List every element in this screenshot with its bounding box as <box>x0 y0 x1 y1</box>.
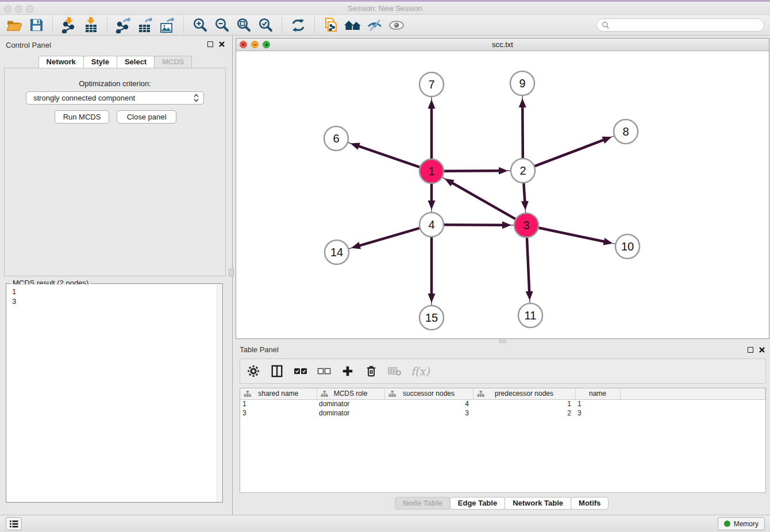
graph-node-label: 2 <box>519 164 526 177</box>
cell-successor-nodes[interactable]: 3 <box>384 408 473 418</box>
graph-node-15[interactable]: 15 <box>419 306 444 330</box>
graph-edge-2-3[interactable] <box>521 183 529 213</box>
cell-shared-name[interactable]: 1 <box>240 399 317 408</box>
table-row[interactable]: 3 dominator 3 2 3 <box>240 408 765 418</box>
cell-shared-name[interactable]: 3 <box>240 408 317 418</box>
column-header-name[interactable]: name <box>575 388 620 399</box>
graph-edge-4-15[interactable] <box>428 237 436 305</box>
panel-divider-handle[interactable] <box>229 269 234 276</box>
graph-node-10[interactable]: 10 <box>615 234 640 259</box>
cell-predecessor-nodes[interactable]: 1 <box>473 399 575 408</box>
graph-edge-3-1[interactable] <box>442 178 515 219</box>
export-image-button[interactable] <box>156 16 178 34</box>
zoom-in-button[interactable] <box>189 16 211 34</box>
select-all-button[interactable] <box>293 364 308 379</box>
result-scrollbar[interactable] <box>217 284 222 502</box>
close-panel-icon[interactable] <box>218 41 225 48</box>
graph-edge-1-4[interactable] <box>428 184 436 212</box>
export-network-button[interactable] <box>113 16 134 34</box>
tab-node-table[interactable]: Node Table <box>395 497 451 510</box>
graph-node-8[interactable]: 8 <box>614 119 638 144</box>
table-row[interactable]: 1 dominator 4 1 1 <box>240 399 765 408</box>
close-table-panel-icon[interactable] <box>759 346 765 353</box>
tab-network[interactable]: Network <box>38 56 84 68</box>
cell-mcds-role[interactable]: dominator <box>317 408 384 418</box>
import-table-button[interactable] <box>80 16 102 34</box>
network-canvas[interactable]: 7968124314101511 <box>236 51 769 338</box>
function-builder-button[interactable]: f(x) <box>411 364 430 379</box>
show-panel-button[interactable] <box>386 16 407 34</box>
table-settings-button[interactable] <box>246 364 261 379</box>
column-header-successor-nodes[interactable]: successor nodes <box>384 388 473 399</box>
hide-panel-button[interactable] <box>364 16 386 34</box>
deselect-all-button[interactable] <box>317 364 332 379</box>
export-table-button[interactable] <box>134 16 156 34</box>
graph-edge-1-6[interactable] <box>348 142 419 167</box>
graph-edge-3-10[interactable] <box>539 228 615 245</box>
column-header-predecessor-nodes[interactable]: predecessor nodes <box>473 388 575 399</box>
column-header-shared-name[interactable]: shared name <box>240 388 317 399</box>
cell-mcds-role[interactable]: dominator <box>317 399 384 408</box>
import-network-button[interactable] <box>58 16 80 34</box>
delete-column-button[interactable] <box>364 364 379 379</box>
tab-network-table[interactable]: Network Table <box>505 497 571 510</box>
clone-network-button[interactable] <box>320 16 342 34</box>
home-button[interactable] <box>342 16 364 34</box>
tab-edge-table[interactable]: Edge Table <box>450 497 505 510</box>
graph-edge-2-9[interactable] <box>519 96 526 158</box>
mcds-result-box: MCDS result (2 nodes) 1 3 <box>6 283 223 503</box>
graph-node-6[interactable]: 6 <box>324 126 348 151</box>
close-panel-button[interactable]: Close panel <box>117 110 176 124</box>
search-input[interactable] <box>596 18 764 32</box>
graph-node-14[interactable]: 14 <box>325 240 349 264</box>
zoom-selected-button[interactable] <box>255 16 276 34</box>
graph-node-3[interactable]: 3 <box>514 213 538 237</box>
graph-node-11[interactable]: 11 <box>518 303 542 327</box>
tab-mcds[interactable]: MCDS <box>154 56 192 68</box>
show-columns-button[interactable] <box>270 364 284 379</box>
zoom-out-button[interactable] <box>211 16 233 34</box>
network-graph[interactable]: 7968124314101511 <box>236 51 769 338</box>
graph-node-9[interactable]: 9 <box>510 71 534 95</box>
refresh-button[interactable] <box>287 16 309 34</box>
add-column-button[interactable] <box>340 364 355 379</box>
graph-node-7[interactable]: 7 <box>419 72 444 97</box>
graph-edge-3-11[interactable] <box>526 238 533 303</box>
zoom-in-icon <box>192 17 208 33</box>
graph-node-label: 14 <box>330 246 343 259</box>
network-window-titlebar[interactable]: scc.txt <box>236 38 769 51</box>
zoom-fit-icon <box>236 17 252 33</box>
graph-node-2[interactable]: 2 <box>511 159 535 183</box>
graph-edge-1-2[interactable] <box>444 167 510 175</box>
graph-edge-4-3[interactable] <box>444 221 514 229</box>
float-panel-icon[interactable] <box>207 41 213 47</box>
cell-predecessor-nodes[interactable]: 2 <box>473 408 575 418</box>
tab-select[interactable]: Select <box>117 56 155 68</box>
graph-node-1[interactable]: 1 <box>419 159 444 183</box>
cell-successor-nodes[interactable]: 4 <box>384 399 473 408</box>
tab-motifs[interactable]: Motifs <box>571 497 609 510</box>
task-history-button[interactable] <box>6 517 22 530</box>
delete-table-button[interactable] <box>387 364 402 379</box>
graph-edge-4-14[interactable] <box>349 228 419 249</box>
app-titlebar: Session: New Session <box>0 0 770 15</box>
open-session-button[interactable] <box>3 16 25 34</box>
memory-button[interactable]: Memory <box>718 517 765 530</box>
column-header-mcds-role[interactable]: MCDS role <box>317 388 384 399</box>
hide-eye-icon <box>367 18 383 32</box>
run-mcds-button[interactable]: Run MCDS <box>55 110 109 124</box>
graph-edge-1-7[interactable] <box>428 97 436 159</box>
float-table-panel-icon[interactable] <box>748 347 753 353</box>
save-session-button[interactable] <box>25 16 47 34</box>
graph-edge-2-8[interactable] <box>535 136 614 166</box>
tab-style[interactable]: Style <box>83 56 117 68</box>
mcds-result-text[interactable]: 1 3 <box>7 284 222 502</box>
zoom-fit-button[interactable] <box>233 16 255 34</box>
cell-name[interactable]: 3 <box>575 408 620 418</box>
graph-node-4[interactable]: 4 <box>419 213 444 237</box>
optimization-criterion-select[interactable]: strongly connected component <box>26 91 204 105</box>
control-panel-header: Control Panel <box>0 36 230 53</box>
optimization-criterion-label: Optimization criterion: <box>5 79 225 88</box>
cell-name[interactable]: 1 <box>575 399 620 408</box>
import-table-icon <box>83 17 99 33</box>
